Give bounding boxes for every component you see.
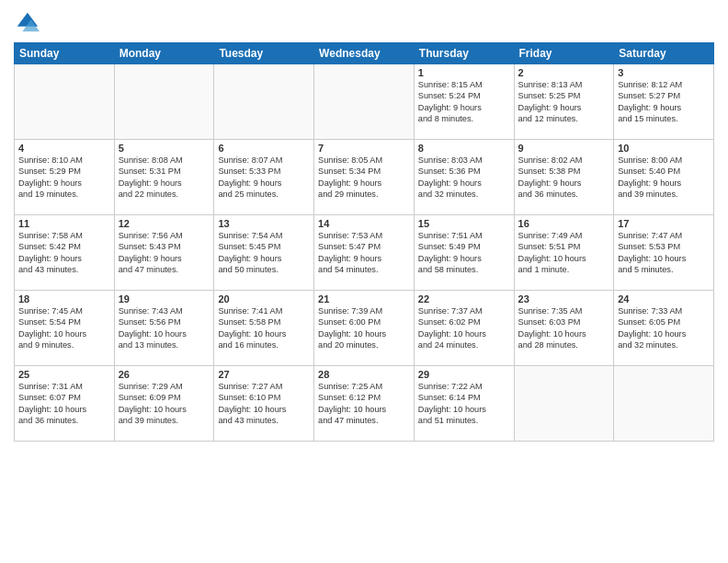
calendar-cell: 6Sunrise: 8:07 AM Sunset: 5:33 PM Daylig… (214, 140, 314, 215)
cell-info: Sunrise: 8:08 AM Sunset: 5:31 PM Dayligh… (119, 155, 210, 201)
cell-info: Sunrise: 7:29 AM Sunset: 6:09 PM Dayligh… (119, 381, 210, 427)
calendar-cell: 4Sunrise: 8:10 AM Sunset: 5:29 PM Daylig… (15, 140, 115, 215)
day-number: 28 (318, 369, 410, 380)
calendar-cell: 7Sunrise: 8:05 AM Sunset: 5:34 PM Daylig… (314, 140, 415, 215)
day-header-monday: Monday (114, 43, 214, 64)
day-number: 1 (418, 67, 510, 78)
cell-info: Sunrise: 7:27 AM Sunset: 6:10 PM Dayligh… (218, 381, 310, 427)
header (14, 9, 714, 35)
day-number: 23 (518, 293, 610, 304)
logo-icon (14, 9, 40, 35)
cell-info: Sunrise: 7:45 AM Sunset: 5:54 PM Dayligh… (18, 305, 110, 351)
cell-info: Sunrise: 8:13 AM Sunset: 5:25 PM Dayligh… (518, 79, 610, 125)
day-number: 22 (418, 293, 510, 304)
day-number: 26 (119, 369, 210, 380)
calendar-table: SundayMondayTuesdayWednesdayThursdayFrid… (14, 42, 714, 442)
calendar-cell (314, 64, 415, 140)
cell-info: Sunrise: 7:43 AM Sunset: 5:56 PM Dayligh… (119, 305, 210, 351)
day-header-saturday: Saturday (614, 43, 714, 64)
day-number: 20 (218, 293, 310, 304)
svg-marker-0 (17, 13, 38, 27)
calendar-cell (614, 366, 714, 442)
day-number: 18 (18, 293, 110, 304)
calendar-cell: 25Sunrise: 7:31 AM Sunset: 6:07 PM Dayli… (15, 366, 115, 442)
calendar-cell: 16Sunrise: 7:49 AM Sunset: 5:51 PM Dayli… (514, 215, 614, 291)
calendar-cell: 22Sunrise: 7:37 AM Sunset: 6:02 PM Dayli… (414, 291, 514, 366)
cell-info: Sunrise: 7:22 AM Sunset: 6:14 PM Dayligh… (418, 381, 510, 427)
day-number: 13 (218, 218, 310, 229)
cell-info: Sunrise: 7:37 AM Sunset: 6:02 PM Dayligh… (418, 305, 510, 351)
calendar-cell: 2Sunrise: 8:13 AM Sunset: 5:25 PM Daylig… (514, 64, 614, 140)
calendar-cell: 3Sunrise: 8:12 AM Sunset: 5:27 PM Daylig… (614, 64, 714, 140)
day-number: 21 (318, 293, 410, 304)
calendar-cell: 1Sunrise: 8:15 AM Sunset: 5:24 PM Daylig… (414, 64, 514, 140)
calendar-cell: 18Sunrise: 7:45 AM Sunset: 5:54 PM Dayli… (15, 291, 115, 366)
day-number: 6 (218, 143, 310, 154)
calendar-cell: 13Sunrise: 7:54 AM Sunset: 5:45 PM Dayli… (214, 215, 314, 291)
calendar-cell: 24Sunrise: 7:33 AM Sunset: 6:05 PM Dayli… (614, 291, 714, 366)
cell-info: Sunrise: 7:33 AM Sunset: 6:05 PM Dayligh… (618, 305, 710, 351)
cell-info: Sunrise: 7:25 AM Sunset: 6:12 PM Dayligh… (318, 381, 410, 427)
day-header-tuesday: Tuesday (214, 43, 314, 64)
calendar-cell: 20Sunrise: 7:41 AM Sunset: 5:58 PM Dayli… (214, 291, 314, 366)
day-header-wednesday: Wednesday (314, 43, 415, 64)
day-number: 29 (418, 369, 510, 380)
day-number: 24 (618, 293, 710, 304)
day-number: 27 (218, 369, 310, 380)
calendar-cell: 8Sunrise: 8:03 AM Sunset: 5:36 PM Daylig… (414, 140, 514, 215)
day-number: 2 (518, 67, 610, 78)
cell-info: Sunrise: 8:10 AM Sunset: 5:29 PM Dayligh… (18, 155, 110, 201)
cell-info: Sunrise: 7:58 AM Sunset: 5:42 PM Dayligh… (18, 230, 110, 276)
logo (14, 9, 43, 35)
calendar-cell: 11Sunrise: 7:58 AM Sunset: 5:42 PM Dayli… (15, 215, 115, 291)
week-row-2: 11Sunrise: 7:58 AM Sunset: 5:42 PM Dayli… (15, 215, 714, 291)
cell-info: Sunrise: 8:03 AM Sunset: 5:36 PM Dayligh… (418, 155, 510, 201)
day-number: 16 (518, 218, 610, 229)
calendar-cell: 23Sunrise: 7:35 AM Sunset: 6:03 PM Dayli… (514, 291, 614, 366)
cell-info: Sunrise: 8:07 AM Sunset: 5:33 PM Dayligh… (218, 155, 310, 201)
day-header-row: SundayMondayTuesdayWednesdayThursdayFrid… (15, 43, 714, 64)
calendar-cell: 9Sunrise: 8:02 AM Sunset: 5:38 PM Daylig… (514, 140, 614, 215)
cell-info: Sunrise: 7:31 AM Sunset: 6:07 PM Dayligh… (18, 381, 110, 427)
cell-info: Sunrise: 7:41 AM Sunset: 5:58 PM Dayligh… (218, 305, 310, 351)
day-number: 9 (518, 143, 610, 154)
cell-info: Sunrise: 8:00 AM Sunset: 5:40 PM Dayligh… (618, 155, 710, 201)
cell-info: Sunrise: 7:51 AM Sunset: 5:49 PM Dayligh… (418, 230, 510, 276)
calendar-cell: 5Sunrise: 8:08 AM Sunset: 5:31 PM Daylig… (114, 140, 214, 215)
calendar-cell: 19Sunrise: 7:43 AM Sunset: 5:56 PM Dayli… (114, 291, 214, 366)
week-row-3: 18Sunrise: 7:45 AM Sunset: 5:54 PM Dayli… (15, 291, 714, 366)
day-number: 15 (418, 218, 510, 229)
week-row-1: 4Sunrise: 8:10 AM Sunset: 5:29 PM Daylig… (15, 140, 714, 215)
day-number: 4 (18, 143, 110, 154)
day-header-thursday: Thursday (414, 43, 514, 64)
cell-info: Sunrise: 7:56 AM Sunset: 5:43 PM Dayligh… (119, 230, 210, 276)
page: SundayMondayTuesdayWednesdayThursdayFrid… (0, 0, 728, 563)
calendar-cell: 12Sunrise: 7:56 AM Sunset: 5:43 PM Dayli… (114, 215, 214, 291)
calendar-cell: 10Sunrise: 8:00 AM Sunset: 5:40 PM Dayli… (614, 140, 714, 215)
day-number: 14 (318, 218, 410, 229)
calendar-cell: 26Sunrise: 7:29 AM Sunset: 6:09 PM Dayli… (114, 366, 214, 442)
cell-info: Sunrise: 7:35 AM Sunset: 6:03 PM Dayligh… (518, 305, 610, 351)
day-number: 19 (119, 293, 210, 304)
cell-info: Sunrise: 7:53 AM Sunset: 5:47 PM Dayligh… (318, 230, 410, 276)
day-number: 3 (618, 67, 710, 78)
cell-info: Sunrise: 8:02 AM Sunset: 5:38 PM Dayligh… (518, 155, 610, 201)
calendar-cell: 15Sunrise: 7:51 AM Sunset: 5:49 PM Dayli… (414, 215, 514, 291)
day-number: 7 (318, 143, 410, 154)
day-number: 11 (18, 218, 110, 229)
calendar-cell: 17Sunrise: 7:47 AM Sunset: 5:53 PM Dayli… (614, 215, 714, 291)
day-number: 25 (18, 369, 110, 380)
cell-info: Sunrise: 8:12 AM Sunset: 5:27 PM Dayligh… (618, 79, 710, 125)
cell-info: Sunrise: 7:54 AM Sunset: 5:45 PM Dayligh… (218, 230, 310, 276)
cell-info: Sunrise: 7:39 AM Sunset: 6:00 PM Dayligh… (318, 305, 410, 351)
cell-info: Sunrise: 8:05 AM Sunset: 5:34 PM Dayligh… (318, 155, 410, 201)
calendar-cell (214, 64, 314, 140)
day-number: 10 (618, 143, 710, 154)
calendar-cell: 14Sunrise: 7:53 AM Sunset: 5:47 PM Dayli… (314, 215, 415, 291)
calendar-cell (514, 366, 614, 442)
calendar-cell: 27Sunrise: 7:27 AM Sunset: 6:10 PM Dayli… (214, 366, 314, 442)
day-header-sunday: Sunday (15, 43, 115, 64)
week-row-4: 25Sunrise: 7:31 AM Sunset: 6:07 PM Dayli… (15, 366, 714, 442)
calendar-cell: 21Sunrise: 7:39 AM Sunset: 6:00 PM Dayli… (314, 291, 415, 366)
day-number: 5 (119, 143, 210, 154)
